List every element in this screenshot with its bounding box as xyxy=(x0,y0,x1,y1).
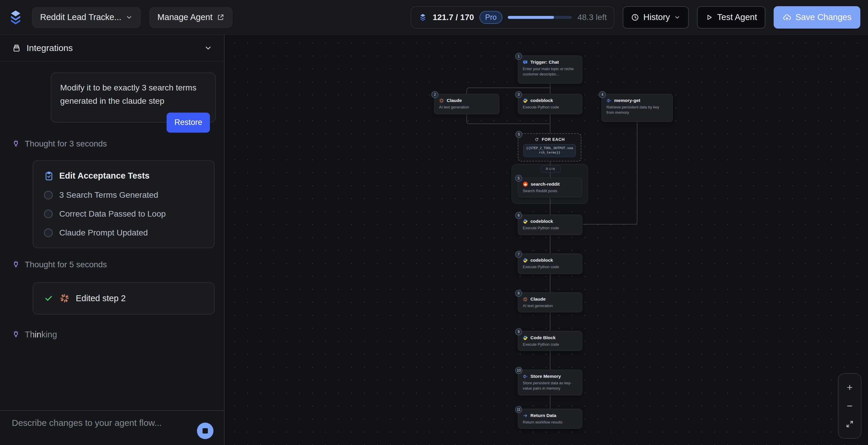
loop-icon xyxy=(534,137,539,142)
node-title: codeblock xyxy=(530,258,553,263)
node-subtitle: Execute Python code xyxy=(523,342,577,347)
arrow-right-icon xyxy=(523,413,528,418)
step-number-badge: 8 xyxy=(515,290,522,297)
memory-icon xyxy=(523,374,528,379)
step-number-badge: 5 xyxy=(515,175,522,182)
zoom-out-button[interactable]: − xyxy=(847,401,852,411)
node-title: memory-get xyxy=(614,98,640,103)
history-button[interactable]: History xyxy=(623,6,689,29)
stop-button[interactable] xyxy=(197,423,214,439)
fullscreen-button[interactable] xyxy=(846,420,854,430)
thinking-text: Thinking xyxy=(25,330,57,340)
step-number-badge: 7 xyxy=(515,251,522,258)
thought-text: Thought for 3 seconds xyxy=(25,139,107,149)
usage-meter: 121.7 / 170 Pro 48.3 left xyxy=(411,6,615,29)
node-subtitle: Search Reddit posts xyxy=(523,188,577,194)
play-icon xyxy=(705,13,713,21)
chat-trigger-icon xyxy=(523,60,528,65)
thought-text: Thought for 5 seconds xyxy=(25,260,107,269)
chat-input-area xyxy=(0,410,224,445)
node-return-data[interactable]: 11 Return Data Return workflow results xyxy=(518,409,582,429)
acceptance-tests-card: Edit Acceptance Tests 3 Search Terms Gen… xyxy=(33,160,215,248)
node-codeblock[interactable]: 6 codeblock Execute Python code xyxy=(518,215,582,235)
node-title: Claude xyxy=(530,296,546,302)
node-code-block[interactable]: 9 Code Block Execute Python code xyxy=(518,331,582,351)
node-subtitle: AI text generation xyxy=(439,105,494,110)
agent-name-dropdown[interactable]: Reddit Lead Tracke... xyxy=(32,7,141,28)
step-number-badge: 5 xyxy=(516,131,522,138)
edited-step-card: Edited step 2 xyxy=(33,282,215,314)
zoom-in-button[interactable]: + xyxy=(847,382,852,392)
acceptance-title-row: Edit Acceptance Tests xyxy=(44,171,204,181)
step-number-badge: 11 xyxy=(515,406,522,413)
expand-icon xyxy=(846,420,854,428)
run-label-chip: RUN xyxy=(541,165,561,172)
acceptance-title: Edit Acceptance Tests xyxy=(59,171,150,181)
workflow-canvas[interactable]: RUN 1 Trigger: Chat Enter your main topi… xyxy=(225,35,868,445)
step-number-badge: 9 xyxy=(515,328,522,336)
memory-icon xyxy=(607,98,612,103)
node-for-each[interactable]: 5 FOR EACH {{STEP_2_TOOL_OUTPUT.search_t… xyxy=(518,133,582,161)
topbar: Reddit Lead Tracke... Manage Agent 121.7… xyxy=(0,0,868,35)
node-search-reddit[interactable]: 5 search-reddit Search Reddit posts xyxy=(518,178,582,197)
claude-starburst-icon xyxy=(60,293,69,303)
step-number-badge: 2 xyxy=(431,91,438,98)
manage-agent-label: Manage Agent xyxy=(157,12,213,22)
credits-layers-icon xyxy=(418,13,427,22)
thinking-row: Thinking xyxy=(12,330,224,340)
node-subtitle: Execute Python code xyxy=(523,264,577,269)
node-memory-get[interactable]: 4 memory-get Retrieve persistent data by… xyxy=(601,94,673,122)
reddit-icon xyxy=(523,182,528,187)
save-changes-button[interactable]: Save Changes xyxy=(774,6,860,29)
integrations-icon xyxy=(12,43,21,53)
test-status-circle[interactable] xyxy=(44,228,53,237)
thought-row-1: Thought for 3 seconds xyxy=(12,139,224,149)
step-number-badge: 4 xyxy=(599,91,606,98)
test-agent-button[interactable]: Test Agent xyxy=(697,6,765,29)
acceptance-item-label: Correct Data Passed to Loop xyxy=(59,209,166,219)
node-title: codeblock xyxy=(530,98,553,103)
node-subtitle: Retrieve persistent data by key from mem… xyxy=(607,105,668,115)
chevron-down-icon xyxy=(204,44,212,52)
python-icon xyxy=(523,98,528,103)
canvas-zoom-panel: + − xyxy=(838,373,862,439)
acceptance-item: Claude Prompt Updated xyxy=(44,228,204,237)
manage-agent-button[interactable]: Manage Agent xyxy=(149,7,232,28)
thought-row-2: Thought for 5 seconds xyxy=(12,260,224,269)
integrations-header[interactable]: Integrations xyxy=(0,35,224,61)
node-claude[interactable]: 2 Claude AI text generation xyxy=(434,94,499,114)
node-subtitle: Execute Python code xyxy=(523,225,577,231)
history-label: History xyxy=(643,12,670,22)
for-each-expression[interactable]: {{STEP_2_TOOL_OUTPUT.search_terms}} xyxy=(523,144,576,157)
node-store-memory[interactable]: 10 Store Memory Store persistent data as… xyxy=(518,370,582,395)
clock-icon xyxy=(631,13,639,22)
node-title: search-reddit xyxy=(531,182,560,187)
usage-value: 121.7 / 170 xyxy=(433,13,474,22)
node-title: Store Memory xyxy=(530,374,561,379)
stop-icon xyxy=(203,428,208,434)
node-claude[interactable]: 8 Claude AI text generation xyxy=(518,292,582,312)
python-icon xyxy=(523,336,528,340)
test-agent-label: Test Agent xyxy=(717,12,757,22)
node-title: Trigger: Chat xyxy=(530,60,559,65)
test-status-circle[interactable] xyxy=(44,191,53,199)
restore-button[interactable]: Restore xyxy=(166,113,210,132)
usage-remaining: 48.3 left xyxy=(577,13,607,22)
test-status-circle[interactable] xyxy=(44,210,53,218)
chevron-down-icon xyxy=(674,14,681,21)
node-title: Claude xyxy=(447,98,462,103)
python-icon xyxy=(523,219,528,224)
clipboard-check-icon xyxy=(44,171,54,181)
user-message-text: Modify it to be exactly 3 search terms g… xyxy=(60,83,196,105)
step-number-badge: 1 xyxy=(515,53,522,60)
node-codeblock[interactable]: 3 codeblock Execute Python code xyxy=(518,94,582,114)
external-link-icon xyxy=(217,13,224,21)
agent-name: Reddit Lead Tracke... xyxy=(40,12,121,22)
usage-progress-fill xyxy=(508,16,554,19)
chat-input[interactable] xyxy=(12,418,177,428)
user-message-card: Modify it to be exactly 3 search terms g… xyxy=(51,72,216,123)
node-codeblock[interactable]: 7 codeblock Execute Python code xyxy=(518,253,582,274)
lightbulb-icon xyxy=(12,140,20,148)
node-trigger-chat[interactable]: 1 Trigger: Chat Enter your main topic or… xyxy=(518,55,582,84)
acceptance-item-label: 3 Search Terms Generated xyxy=(59,190,158,200)
